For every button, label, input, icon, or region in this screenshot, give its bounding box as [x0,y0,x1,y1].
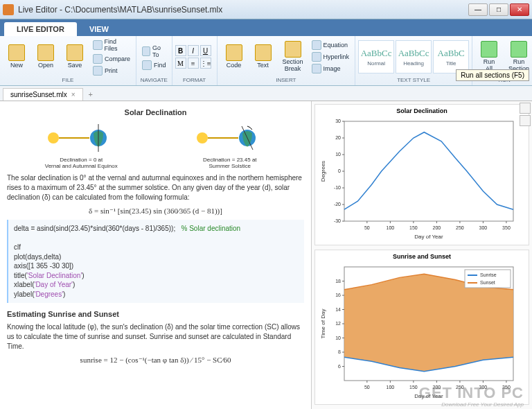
svg-text:150: 150 [409,225,418,230]
italic-button[interactable]: I [188,45,199,56]
sigma-icon [312,40,321,50]
minimize-button[interactable]: — [468,3,488,16]
svg-text:300: 300 [479,225,488,230]
svg-text:250: 250 [456,225,464,230]
link-icon [312,52,321,62]
svg-text:250: 250 [456,385,464,390]
play-section-icon [511,41,527,58]
save-button[interactable]: Save [61,43,89,71]
svg-text:150: 150 [409,385,418,390]
formula-sunrise: sunrise = 12 − (cos⁻¹(−tan φ tan δ)) ⁄ 1… [7,356,304,365]
svg-text:50: 50 [364,385,370,390]
paragraph-declination: The solar declination is 0° at the verna… [7,173,304,202]
open-button[interactable]: Open [32,43,60,71]
main-split: Solar Declination Declination = 0 at Ver… [0,101,532,409]
ribbon-tabs: LIVE EDITOR VIEW [0,19,532,36]
svg-text:16: 16 [335,293,341,297]
play-icon [481,41,497,58]
tab-live-editor[interactable]: LIVE EDITOR [4,22,77,36]
svg-point-4 [197,132,208,143]
section-break-button[interactable]: Section Break [278,40,308,74]
ribbon-group-navigate: Go To Find NAVIGATE [136,36,172,85]
svg-point-0 [48,132,59,143]
output-pane: Solar Declination 50100150200250300350-3… [312,101,532,409]
ribbon-group-insert: Code Text Section Break Equation Hyperli… [218,36,356,85]
compare-button[interactable]: Compare [90,53,133,64]
ribbon: New Open Save Find Files Compare Print F… [0,36,532,86]
window-title: Live Editor - C:\Documents\MATLAB\sunris… [18,5,468,15]
svg-text:12: 12 [335,321,341,326]
find-icon [142,60,152,70]
new-icon [8,44,25,61]
svg-rect-8 [344,121,513,221]
equation-button[interactable]: Equation [309,40,353,51]
maximize-button[interactable]: □ [489,3,508,16]
svg-text:0: 0 [338,168,341,173]
svg-text:10: 10 [335,152,341,157]
svg-text:350: 350 [502,225,511,230]
add-tab-button[interactable]: + [83,88,98,101]
solstice-diagram [188,121,272,155]
chart-svg-1: 50100150200250300350-30-20-100102030Day … [318,116,519,241]
doc-tab-active[interactable]: sunriseSunset.mlx × [3,88,83,101]
editor-pane[interactable]: Solar Declination Declination = 0 at Ver… [0,101,312,409]
ribbon-group-format: B I U M ≡ ⋮≡ FORMAT [172,36,218,85]
underline-button[interactable]: U [200,45,211,56]
close-icon[interactable]: × [71,91,76,98]
style-normal[interactable]: AaBbCcNormal [358,40,394,73]
chart-sunrise-sunset[interactable]: Sunrise and Sunset 501001502002503003506… [314,250,529,405]
bullet-list-button[interactable]: ≡ [188,58,199,69]
svg-text:200: 200 [433,225,441,230]
svg-text:18: 18 [335,279,341,284]
section-break-icon [285,41,301,58]
tab-view[interactable]: VIEW [77,22,121,36]
close-button[interactable]: ✕ [510,3,529,16]
paragraph-sunrise: Knowing the local latitude (φ), the sun'… [7,322,304,351]
document-tabs: sunriseSunset.mlx × + [0,86,532,101]
svg-text:100: 100 [387,225,395,230]
svg-text:-30: -30 [334,218,341,223]
svg-text:30: 30 [335,119,341,123]
formula-declination: δ = sin⁻¹ [sin(23.45) sin (360⁄365 (d − … [7,207,304,216]
image-button[interactable]: Image [309,63,353,74]
output-menu-icon[interactable] [520,115,531,126]
print-icon [93,66,103,76]
style-title[interactable]: AaBbCTitle [433,40,469,73]
code-block[interactable]: delta = asind(sind(23.45)*sind(360*(days… [7,220,304,303]
style-heading[interactable]: AaBbCcHeading [396,40,432,73]
insert-text-button[interactable]: Text [249,43,277,71]
find-button[interactable]: Find [139,60,169,71]
svg-text:300: 300 [479,385,488,390]
goto-button[interactable]: Go To [139,44,169,59]
declination-diagram: Declination = 0 at Vernal and Autumnal E… [7,121,304,169]
insert-code-button[interactable]: Code [220,43,248,71]
svg-text:350: 350 [502,385,511,390]
ribbon-group-text-style: AaBbCcNormal AaBbCcHeading AaBbCTitle TE… [355,36,472,85]
text-icon [255,44,272,61]
print-button[interactable]: Print [90,65,133,76]
app-icon [3,4,14,15]
svg-text:14: 14 [335,307,341,312]
number-list-button[interactable]: ⋮≡ [200,58,211,69]
svg-text:-10: -10 [334,185,341,190]
titlebar: Live Editor - C:\Documents\MATLAB\sunris… [0,0,532,19]
equinox-diagram [39,121,123,155]
find-files-button[interactable]: Find Files [90,37,133,53]
svg-text:Time of Day: Time of Day [320,309,326,339]
svg-text:20: 20 [335,135,341,140]
layout-toggle-icon[interactable] [520,103,531,114]
find-files-icon [93,40,103,50]
chart-svg-2: 50100150200250300350681012141618Day of Y… [318,261,519,400]
save-icon [66,44,83,61]
hyperlink-button[interactable]: Hyperlink [309,51,353,62]
chart-solar-declination[interactable]: Solar Declination 50100150200250300350-3… [314,104,529,245]
ribbon-group-file: New Open Save Find Files Compare Print F… [0,36,136,85]
svg-text:6: 6 [338,364,341,369]
heading-solar-declination: Solar Declination [7,108,304,116]
svg-text:100: 100 [387,385,395,390]
new-button[interactable]: New [3,43,30,71]
bold-button[interactable]: B [175,45,186,56]
run-all-tooltip: Run all sections (F5) [456,69,529,81]
mono-button[interactable]: M [175,58,186,69]
svg-text:Day of Year: Day of Year [414,234,443,240]
